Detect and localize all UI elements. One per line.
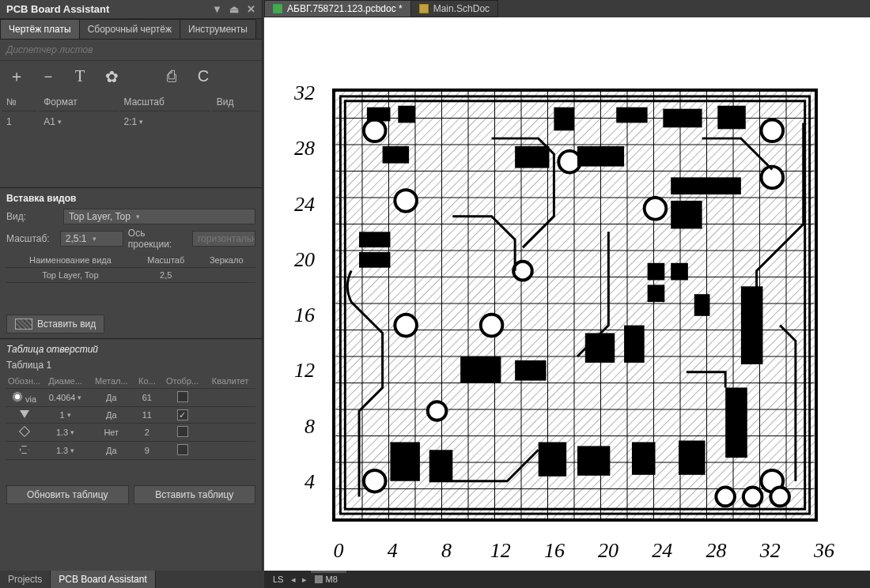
sheet-row[interactable]: 1 A1 2:1	[2, 113, 260, 130]
col-format[interactable]: Формат	[39, 93, 117, 111]
hole-row[interactable]: via0.4064Да61	[6, 389, 255, 407]
svg-rect-74	[632, 442, 656, 474]
gear-icon[interactable]: ✿	[103, 67, 120, 86]
svg-rect-57	[383, 146, 410, 164]
view-dropdown[interactable]: Top Layer, Top	[63, 209, 255, 224]
hole-row[interactable]: 1Да11✓	[6, 407, 255, 424]
svg-rect-68	[585, 333, 615, 362]
hole-row[interactable]: 1.3Нет2	[6, 424, 255, 442]
y-tick: 32	[294, 81, 315, 105]
svg-point-44	[558, 151, 581, 173]
doc-tab-pcb[interactable]: АБВГ.758721.123.pcbdoc *	[264, 0, 411, 17]
y-axis: 32282420161284	[282, 87, 318, 533]
close-icon[interactable]: ✕	[247, 3, 255, 15]
refresh-icon[interactable]: C	[195, 67, 212, 85]
x-tick: 4	[388, 539, 398, 563]
y-tick: 24	[294, 193, 315, 217]
col-view[interactable]: Вид	[212, 93, 260, 111]
pin-icon[interactable]: ⏏	[229, 3, 239, 15]
doc-tab-sch[interactable]: Main.SchDoc	[410, 0, 498, 17]
col-scale[interactable]: Масштаб	[119, 93, 210, 111]
holes-section: Таблица отверстий Таблица 1 Обозн... Диа…	[0, 338, 262, 481]
svg-rect-63	[359, 252, 390, 268]
svg-rect-78	[648, 285, 665, 302]
svg-rect-76	[648, 263, 665, 281]
tab-assembly-drawing[interactable]: Сборочный чертёж	[79, 19, 180, 39]
tab-instruments[interactable]: Инструменты	[180, 19, 256, 39]
x-axis: 04812162024283236	[320, 534, 861, 563]
svg-rect-56	[717, 106, 745, 130]
pcb-canvas[interactable]: 32282420161284 04812162024283236	[264, 17, 870, 571]
x-tick: 0	[334, 539, 344, 563]
display-checkbox[interactable]: ✓	[177, 409, 188, 420]
y-tick: 8	[304, 415, 315, 439]
add-sheet-icon[interactable]: ＋	[8, 66, 25, 87]
board-icon	[15, 318, 32, 330]
pcb-board-view[interactable]	[332, 89, 818, 522]
holes-table: Обозн... Диаме... Метал... Ко... Отобр..…	[6, 374, 255, 460]
col-n[interactable]: №	[2, 93, 37, 111]
display-checkbox[interactable]	[177, 391, 188, 402]
bottom-tab-assistant[interactable]: PCB Board Assistant	[51, 571, 155, 588]
views-table: Наименование вида Масштаб Зеркало Top La…	[6, 253, 255, 283]
bottom-tab-projects[interactable]: Projects	[0, 571, 51, 588]
hole-row[interactable]: 1.3Да9	[6, 442, 255, 460]
format-dropdown[interactable]: A1	[44, 116, 62, 127]
panel-title: PCB Board Assistant	[6, 3, 109, 15]
update-table-button[interactable]: Обновить таблицу	[6, 485, 129, 504]
text-icon[interactable]: T	[71, 67, 89, 85]
y-tick: 16	[294, 303, 315, 327]
insert-table-button[interactable]: Вставить таблицу	[134, 485, 256, 504]
svg-rect-52	[398, 106, 415, 123]
projection-value[interactable]: горизонтальная	[192, 231, 255, 247]
svg-rect-71	[429, 450, 453, 481]
scale-dropdown[interactable]: 2:1	[124, 116, 144, 127]
board-svg	[335, 92, 815, 518]
svg-point-41	[395, 315, 417, 337]
dropdown-icon[interactable]: ▼	[212, 3, 222, 15]
pcb-file-icon	[273, 4, 282, 13]
display-checkbox[interactable]	[177, 426, 188, 437]
tab-board-drawing[interactable]: Чертёж платы	[0, 19, 80, 39]
svg-rect-70	[390, 442, 419, 481]
svg-rect-65	[725, 387, 747, 458]
y-tick: 4	[304, 470, 315, 494]
assistant-panel: PCB Board Assistant ▼ ⏏ ✕ Чертёж платы С…	[0, 0, 263, 571]
svg-rect-59	[577, 146, 624, 167]
insert-view-button[interactable]: Вставить вид	[6, 315, 104, 334]
remove-sheet-icon[interactable]: －	[40, 66, 57, 87]
svg-rect-64	[741, 286, 763, 364]
svg-rect-73	[577, 446, 610, 475]
layer-next-icon[interactable]: ▸	[300, 575, 309, 585]
display-checkbox[interactable]	[177, 444, 188, 455]
y-tick: 20	[294, 248, 315, 272]
view-scale-dropdown[interactable]: 2,5:1	[60, 231, 123, 247]
svg-rect-51	[367, 107, 391, 122]
document-tabs: АБВГ.758721.123.pcbdoc * Main.SchDoc	[264, 0, 497, 17]
svg-rect-75	[679, 440, 705, 474]
y-tick: 12	[294, 359, 315, 383]
svg-rect-55	[663, 109, 702, 128]
svg-point-40	[395, 190, 417, 212]
bottom-tabs: Projects PCB Board Assistant	[0, 571, 263, 588]
sheet-toolbar: ＋ － T ✿ ⎙ C	[0, 61, 262, 92]
layer-prev-icon[interactable]: ◂	[289, 575, 298, 585]
print-icon[interactable]: ⎙	[163, 67, 180, 85]
x-tick: 32	[760, 539, 781, 563]
layer-M8[interactable]: M8	[311, 573, 346, 586]
svg-rect-79	[694, 294, 710, 316]
svg-point-50	[513, 262, 532, 281]
layer-bar: LS ◂ ▸ M1M2M3M4M5M6M7M8M9M10M11M12M13TOB…	[264, 571, 870, 588]
svg-rect-67	[515, 360, 546, 381]
svg-point-42	[481, 315, 503, 337]
x-tick: 28	[706, 539, 727, 563]
projection-label: Ось проекции:	[128, 228, 187, 250]
panel-title-bar: PCB Board Assistant ▼ ⏏ ✕	[0, 0, 262, 19]
x-tick: 12	[490, 539, 511, 563]
svg-point-37	[762, 119, 784, 141]
layer-ls[interactable]: LS	[269, 573, 287, 586]
svg-rect-69	[624, 326, 645, 363]
x-tick: 8	[441, 539, 452, 563]
y-tick: 28	[294, 137, 315, 160]
view-row[interactable]: Top Layer, Top 2,5	[6, 268, 255, 283]
